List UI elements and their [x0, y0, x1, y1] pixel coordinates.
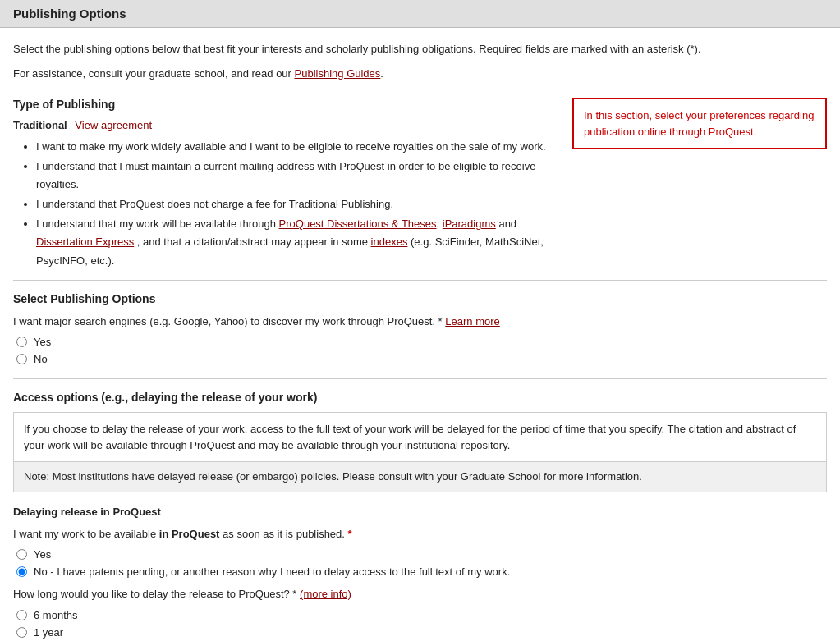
search-engines-text: I want major search engines (e.g. Google… — [13, 314, 827, 330]
no-radio-available[interactable] — [16, 566, 27, 577]
type-of-publishing-layout: Type of Publishing Traditional View agre… — [13, 98, 827, 272]
yes-option-search: Yes — [16, 336, 827, 348]
no-option-search: No — [16, 353, 827, 365]
available-text: I want my work to be available in ProQue… — [13, 526, 827, 543]
yes-option-available: Yes — [16, 548, 827, 561]
available-bold: in ProQuest — [159, 528, 220, 540]
page-title: Publishing Options — [13, 7, 827, 21]
access-note-box: Note: Most institutions have delayed rel… — [13, 462, 827, 492]
delay-1year-option: 1 year — [16, 626, 827, 639]
how-long-text: How long would you like to delay the rel… — [13, 586, 827, 602]
no-label-available: No - I have patents pending, or another … — [34, 565, 510, 578]
access-info-box: If you choose to delay the release of yo… — [13, 412, 827, 462]
no-radio-search[interactable] — [16, 354, 27, 364]
yes-label-available: Yes — [34, 548, 51, 561]
access-section: Access options (e.g., delaying the relea… — [13, 378, 827, 492]
delay-6months-label: 6 months — [34, 609, 77, 621]
access-note-text: Note: Most institutions have delayed rel… — [24, 469, 816, 485]
bullet4-prefix: I understand that my work will be availa… — [36, 217, 276, 230]
no-label-search: No — [34, 353, 48, 365]
page-content: Select the publishing options below that… — [0, 28, 840, 641]
delaying-title: Delaying release in ProQuest — [13, 506, 827, 518]
proquest-dissertations-link[interactable]: ProQuest Dissertations & Theses — [279, 217, 437, 230]
how-long-prefix: How long would you like to delay the rel… — [13, 588, 296, 600]
search-engines-label: I want major search engines (e.g. Google… — [13, 315, 443, 327]
traditional-bullets: I want to make my work widely available … — [36, 138, 556, 270]
traditional-label: Traditional — [13, 119, 67, 131]
bullet4-and: and — [498, 217, 516, 230]
type-of-publishing-title: Type of Publishing — [13, 98, 556, 111]
required-star-available: * — [348, 528, 352, 540]
iparadigms-link[interactable]: iParadigms — [443, 217, 496, 230]
type-of-publishing-left: Type of Publishing Traditional View agre… — [13, 98, 556, 272]
learn-more-link[interactable]: Learn more — [445, 315, 499, 327]
delaying-section: Delaying release in ProQuest I want my w… — [13, 506, 827, 641]
access-title: Access options (e.g., delaying the relea… — [13, 391, 827, 404]
traditional-header: Traditional View agreement — [13, 119, 556, 131]
yes-radio-available[interactable] — [16, 549, 27, 560]
page-header: Publishing Options — [0, 0, 840, 28]
access-info-text: If you choose to delay the release of yo… — [24, 421, 816, 453]
delay-1year-radio[interactable] — [16, 627, 27, 638]
bullet-4: I understand that my work will be availa… — [36, 215, 556, 269]
view-agreement-link[interactable]: View agreement — [75, 119, 152, 131]
bullet4-rest: , and that a citation/abstract may appea… — [137, 236, 368, 248]
bullet-2: I understand that I must maintain a curr… — [36, 158, 556, 194]
sidebar-note-text: In this section, select your preferences… — [584, 108, 815, 140]
intro-line1: Select the publishing options below that… — [13, 41, 827, 57]
bullet-3: I understand that ProQuest does not char… — [36, 195, 556, 213]
no-option-available: No - I have patents pending, or another … — [16, 565, 827, 578]
delay-1year-label: 1 year — [34, 626, 63, 639]
yes-radio-search[interactable] — [16, 337, 27, 347]
dissertation-express-link[interactable]: Dissertation Express — [36, 236, 134, 248]
more-info-link[interactable]: (more info) — [300, 588, 351, 600]
delay-6months-radio[interactable] — [16, 610, 27, 620]
intro-line2: For assistance, consult your graduate sc… — [13, 66, 827, 82]
bullet-1: I want to make my work widely available … — [36, 138, 556, 156]
sidebar-note-box: In this section, select your preferences… — [572, 98, 827, 149]
indexes-link[interactable]: indexes — [371, 236, 408, 248]
available-suffix: as soon as it is published. — [223, 528, 345, 540]
intro-line2-text: For assistance, consult your graduate sc… — [13, 67, 291, 80]
publishing-guides-link[interactable]: Publishing Guides — [295, 67, 381, 80]
available-prefix: I want my work to be available — [13, 528, 156, 540]
yes-label-search: Yes — [34, 336, 51, 348]
select-publishing-title: Select Publishing Options — [13, 280, 827, 305]
delay-6months-option: 6 months — [16, 609, 827, 621]
